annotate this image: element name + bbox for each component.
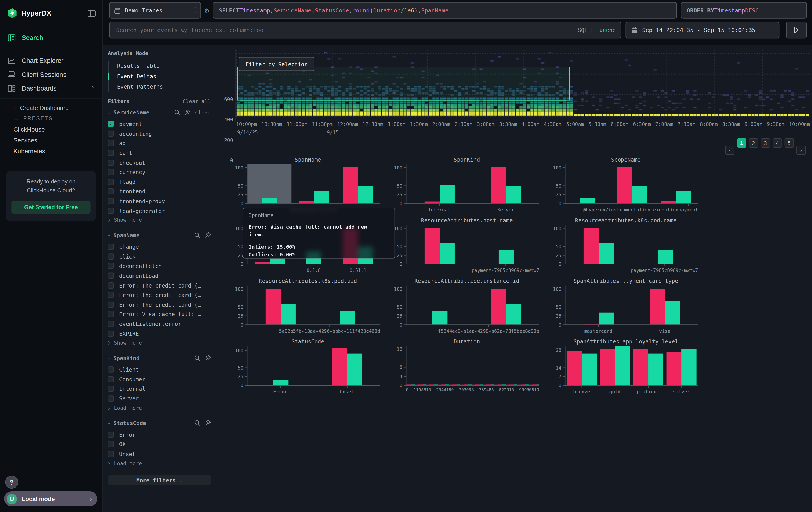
- outlier-bar[interactable]: [661, 201, 676, 203]
- clear-filter-button[interactable]: Clear: [195, 110, 211, 115]
- bar-group[interactable]: [566, 225, 632, 264]
- checkbox-icon[interactable]: [108, 282, 114, 289]
- bar-group[interactable]: [566, 164, 610, 203]
- checkbox-icon[interactable]: [108, 198, 114, 204]
- inlier-bar[interactable]: [580, 198, 595, 203]
- chart-plot[interactable]: [565, 225, 698, 264]
- inlier-bar[interactable]: [599, 243, 614, 264]
- analysis-mode-event-patterns[interactable]: Event Patterns: [109, 81, 211, 92]
- bar-group[interactable]: [654, 164, 698, 203]
- filter-checkbox-item[interactable]: Error: The credit card (…: [108, 290, 210, 300]
- filter-group-name[interactable]: ServiceName: [113, 109, 170, 115]
- chart-resourceattributes-k8s-pod-name[interactable]: ResourceAttributes.k8s.pod.name02550100p…: [546, 215, 705, 276]
- filter-checkbox-item[interactable]: documentLoad: [108, 271, 210, 280]
- page-prev-button[interactable]: ‹: [725, 145, 734, 155]
- outlier-bar[interactable]: [584, 324, 599, 324]
- filter-checkbox-item[interactable]: Error: Visa cache full: …: [108, 309, 210, 319]
- checkbox-icon[interactable]: [108, 311, 114, 318]
- source-select[interactable]: Demo Traces ⌃⌄: [109, 2, 201, 19]
- outlier-bar[interactable]: [332, 348, 347, 385]
- filter-checkbox-item[interactable]: Unset: [108, 449, 210, 459]
- bar-group[interactable]: [473, 225, 539, 264]
- inlier-bar[interactable]: [599, 313, 614, 324]
- pin-icon[interactable]: [205, 355, 211, 361]
- outlier-bar[interactable]: [600, 349, 615, 385]
- filter-checkbox-item[interactable]: frontend: [108, 187, 210, 196]
- inlier-bar[interactable]: [582, 353, 597, 385]
- filter-checkbox-item[interactable]: EXPIRE: [108, 329, 210, 339]
- bar-group[interactable]: [599, 346, 632, 385]
- outlier-bar[interactable]: [567, 351, 582, 385]
- chart-plot[interactable]: [247, 286, 380, 325]
- bar-group[interactable]: [248, 346, 314, 385]
- bar-group[interactable]: [314, 286, 380, 325]
- checkbox-icon[interactable]: [108, 131, 114, 137]
- chart-spankind[interactable]: SpanKind02550100InternalServer: [387, 155, 546, 215]
- chart-plot[interactable]: [247, 164, 380, 204]
- checkbox-icon[interactable]: [108, 301, 114, 308]
- bar-group[interactable]: [406, 286, 473, 325]
- show-more-button[interactable]: ❯Show more: [108, 215, 210, 225]
- bar-group[interactable]: [473, 164, 539, 203]
- filter-checkbox-item[interactable]: Error: [108, 430, 210, 439]
- bar-group[interactable]: [406, 225, 473, 264]
- chart-plot[interactable]: [406, 346, 539, 385]
- bar-group[interactable]: [248, 286, 314, 325]
- checkbox-icon[interactable]: [108, 441, 114, 447]
- filter-checkbox-item[interactable]: Internal: [108, 384, 210, 394]
- chart-statuscode[interactable]: StatusCode02550100ErrorUnset: [228, 336, 387, 397]
- bar-group[interactable]: [610, 164, 654, 203]
- filter-checkbox-item[interactable]: currency: [108, 167, 210, 177]
- inlier-bar[interactable]: [506, 186, 521, 203]
- chevron-down-icon[interactable]: ⌄: [108, 355, 110, 360]
- outlier-bar[interactable]: [633, 349, 648, 385]
- bar-group[interactable]: [566, 286, 632, 325]
- more-filters-button[interactable]: More filters⌄: [108, 475, 210, 485]
- filter-checkbox-item[interactable]: flagd: [108, 177, 210, 187]
- order-by-input[interactable]: ORDER BY Timestamp DESC: [681, 2, 807, 19]
- checkbox-icon[interactable]: [108, 330, 114, 336]
- page-button-4[interactable]: 4: [773, 138, 782, 148]
- checkbox-icon[interactable]: [108, 321, 114, 327]
- checkbox-icon[interactable]: [108, 292, 114, 298]
- inlier-bar[interactable]: [314, 191, 329, 203]
- checkbox-icon[interactable]: [108, 244, 114, 250]
- sidebar-item-kubernetes[interactable]: Kubernetes: [0, 145, 102, 157]
- sidebar-item-dashboards[interactable]: Dashboards⌃: [0, 81, 102, 95]
- bar-group[interactable]: [314, 346, 380, 385]
- sidebar-presets-header[interactable]: ⌄PRESETS: [0, 113, 102, 124]
- outlier-bar[interactable]: [667, 353, 682, 385]
- search-icon[interactable]: [174, 109, 180, 115]
- inlier-bar[interactable]: [358, 186, 373, 203]
- inlier-bar[interactable]: [498, 250, 514, 264]
- inlier-bar[interactable]: [506, 304, 521, 324]
- filter-checkbox-item[interactable]: click: [108, 251, 210, 261]
- inlier-bar[interactable]: [432, 311, 447, 324]
- inlier-bar[interactable]: [632, 186, 647, 203]
- page-button-2[interactable]: 2: [749, 138, 758, 148]
- outlier-bar[interactable]: [650, 289, 665, 325]
- filter-checkbox-item[interactable]: checkout: [108, 158, 210, 167]
- chart-plot[interactable]: [406, 286, 539, 325]
- sidebar-item-chart-explorer[interactable]: Chart Explorer: [0, 53, 102, 68]
- checkbox-icon[interactable]: [108, 188, 114, 194]
- inlier-bar[interactable]: [262, 198, 277, 203]
- checkbox-icon[interactable]: [108, 179, 114, 185]
- get-started-button[interactable]: Get Started for Free: [11, 200, 90, 214]
- page-button-5[interactable]: 5: [785, 138, 794, 148]
- chart-resourceattributes-host-name[interactable]: ResourceAttributes.host.name02550100paym…: [387, 215, 546, 276]
- checkbox-icon[interactable]: [108, 169, 114, 176]
- checkbox-icon[interactable]: [108, 159, 114, 166]
- chart-plot[interactable]: [406, 225, 539, 264]
- local-mode-button[interactable]: U Local mode ›: [4, 491, 97, 507]
- sidebar-item-search[interactable]: Search: [0, 30, 102, 45]
- outlier-bar[interactable]: [584, 228, 599, 264]
- bar-group[interactable]: [632, 286, 698, 325]
- chevron-down-icon[interactable]: ⌄: [108, 233, 110, 237]
- outlier-bar[interactable]: [425, 228, 440, 264]
- inlier-bar[interactable]: [340, 311, 355, 324]
- bar-group[interactable]: [632, 346, 665, 385]
- language-toggle[interactable]: SQL|Lucene: [578, 27, 616, 33]
- sidebar-item-services[interactable]: Services: [0, 135, 102, 145]
- show-more-button[interactable]: ❯Show more: [108, 339, 210, 348]
